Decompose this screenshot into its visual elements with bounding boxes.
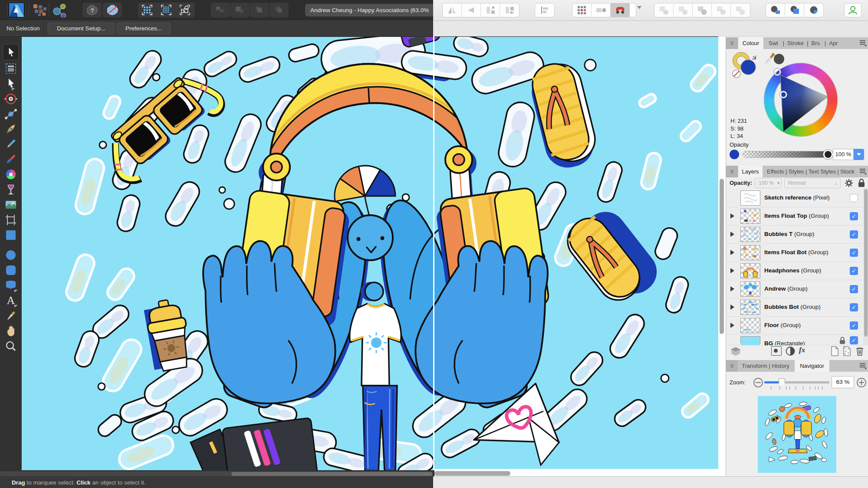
svg-text:A: A xyxy=(7,294,15,307)
